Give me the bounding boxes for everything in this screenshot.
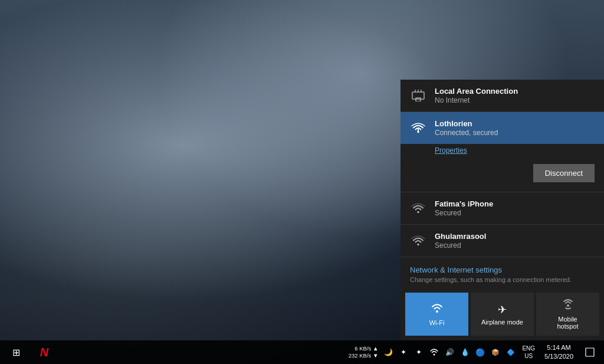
taskbar-left: ⊞ N [0, 340, 58, 364]
svg-point-5 [417, 131, 419, 133]
network-local-area-name: Local Area Connection [435, 87, 595, 96]
disconnect-button[interactable]: Disconnect [533, 164, 595, 182]
hotspot-quick-icon [561, 299, 575, 313]
wifi-lothlorien-icon [410, 122, 426, 135]
battery-icon[interactable]: 💧 [458, 340, 471, 364]
network-settings-area: Network & Internet settings Change setti… [401, 257, 604, 288]
network-local-area-status: No Internet [435, 96, 595, 104]
wifi-fatimas-icon [410, 202, 426, 215]
quick-action-wifi[interactable]: Wi-Fi [405, 293, 468, 336]
svg-rect-4 [416, 98, 421, 101]
svg-point-7 [417, 244, 419, 246]
quick-action-airplane[interactable]: ✈ Airplane mode [471, 293, 534, 336]
location-icon[interactable]: ✦ [412, 340, 425, 364]
search-tray-icon[interactable]: ✦ [397, 340, 410, 364]
network-settings-description: Change settings, such as making a connec… [410, 276, 595, 283]
download-speed: 232 KB/s ▼ [349, 352, 379, 359]
wifi-ghulamrasool-icon [410, 234, 426, 247]
netflix-icon: N [40, 346, 48, 359]
wifi-quick-icon [430, 302, 444, 317]
svg-point-10 [434, 354, 435, 356]
network-fatimas-name: Fatima's iPhone [435, 199, 595, 208]
ethernet-icon [410, 90, 426, 101]
netflix-button[interactable]: N [31, 340, 58, 364]
airplane-quick-icon: ✈ [498, 303, 507, 316]
bluetooth-icon[interactable]: 🔵 [474, 340, 487, 364]
region-label: US [524, 352, 533, 360]
network-ghulamrasool-name: Ghulamrasool [435, 232, 595, 241]
svg-rect-11 [586, 348, 594, 356]
volume-icon[interactable]: 🔊 [443, 340, 456, 364]
network-local-area-info: Local Area Connection No Internet [435, 87, 595, 104]
taskbar: ⊞ N 6 KB/s ▲ 232 KB/s ▼ 🌙 ✦ ✦ 🔊 💧 🔵 📦 🔷 [0, 340, 604, 364]
start-button[interactable]: ⊞ [2, 340, 29, 364]
network-panel: Local Area Connection No Internet Lothlo… [401, 80, 604, 340]
network-lothlorien-info: Lothlorien Connected, secured [435, 119, 595, 137]
network-ghulamrasool-status: Secured [435, 241, 595, 250]
taskbar-right: 6 KB/s ▲ 232 KB/s ▼ 🌙 ✦ ✦ 🔊 💧 🔵 📦 🔷 ENG … [349, 340, 604, 364]
network-tray-icon[interactable] [428, 340, 441, 364]
svg-point-9 [567, 304, 569, 307]
network-lothlorien-name: Lothlorien [435, 119, 595, 128]
airplane-quick-label: Airplane mode [481, 319, 523, 326]
start-icon: ⊞ [12, 347, 20, 358]
network-item-ghulamrasool[interactable]: Ghulamrasool Secured [401, 225, 604, 257]
upload-speed: 6 KB/s ▲ [354, 345, 378, 352]
network-speed-display: 6 KB/s ▲ 232 KB/s ▼ [349, 345, 379, 360]
network-lothlorien-status: Connected, secured [435, 129, 595, 137]
quick-action-hotspot[interactable]: Mobilehotspot [536, 293, 599, 336]
network-item-lothlorien[interactable]: Lothlorien Connected, secured [401, 112, 604, 144]
notification-button[interactable] [580, 340, 599, 364]
misc-icon[interactable]: 🔷 [504, 340, 517, 364]
svg-point-6 [417, 211, 419, 214]
wifi-quick-label: Wi-Fi [429, 319, 445, 326]
network-fatimas-status: Secured [435, 209, 595, 217]
date-display: 5/13/2020 [544, 352, 573, 361]
network-fatimas-info: Fatima's iPhone Secured [435, 199, 595, 217]
network-ghulamrasool-info: Ghulamrasool Secured [435, 232, 595, 250]
network-item-fatimas-iphone[interactable]: Fatima's iPhone Secured [401, 192, 604, 224]
dropbox-icon[interactable]: 📦 [489, 340, 502, 364]
language-label: ENG [522, 345, 535, 352]
night-mode-icon[interactable]: 🌙 [382, 340, 395, 364]
time-display: 5:14 AM [547, 343, 570, 352]
svg-point-8 [436, 310, 438, 313]
disconnect-area: Disconnect [401, 159, 604, 192]
language-selector[interactable]: ENG US [520, 345, 537, 360]
hotspot-quick-label: Mobilehotspot [557, 316, 578, 330]
properties-link[interactable]: Properties [401, 144, 604, 159]
network-item-local-area[interactable]: Local Area Connection No Internet [401, 80, 604, 112]
clock-display[interactable]: 5:14 AM 5/13/2020 [540, 343, 578, 362]
quick-actions-bar: Wi-Fi ✈ Airplane mode Mobilehotspot [401, 288, 604, 340]
network-settings-link[interactable]: Network & Internet settings [410, 265, 595, 274]
